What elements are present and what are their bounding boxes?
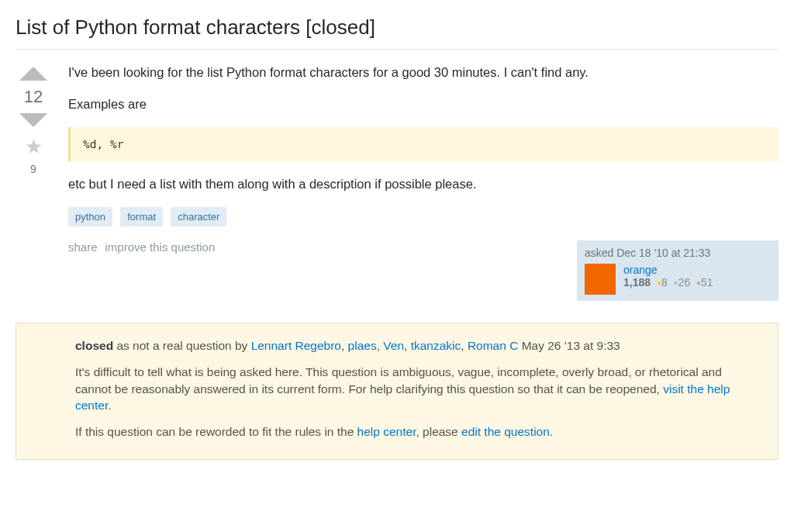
avatar[interactable]: [585, 264, 616, 295]
tag-character[interactable]: character: [171, 207, 226, 226]
question-actions: share improve this question: [68, 240, 215, 254]
favorite-count: 9: [30, 163, 36, 175]
closer-user-link[interactable]: tkanzakic: [411, 339, 461, 352]
action-row: share improve this question asked Dec 18…: [68, 240, 778, 301]
title-divider: [16, 49, 778, 50]
closer-user-link[interactable]: Ven: [383, 339, 404, 352]
question-content: I've been looking for the list Python fo…: [68, 64, 778, 301]
closed-reword-hint: If this question can be reworded to fit …: [75, 423, 761, 440]
closer-user-link[interactable]: plaes: [348, 339, 377, 352]
closed-notice: closed as not a real question by Lennart…: [16, 323, 778, 459]
tag-python[interactable]: python: [68, 207, 112, 226]
closed-date: May 26 '13 at 9:33: [518, 339, 620, 352]
closed-label: closed: [75, 339, 113, 352]
reword-text-b: , please: [416, 425, 461, 438]
reputation-score: 1,188: [623, 276, 651, 288]
closer-user-link[interactable]: Lennart Regebro: [251, 339, 341, 352]
tag-list: python format character: [68, 207, 778, 226]
author-reputation: 1,188 ●8 ●26 ●51: [623, 276, 713, 288]
body-paragraph: I've been looking for the list Python fo…: [68, 64, 778, 81]
closer-user-link[interactable]: Roman C: [468, 339, 518, 352]
author-card: asked Dec 18 '10 at 21:33 orange 1,188 ●…: [577, 240, 778, 301]
question-body-row: 12 ★ 9 I've been looking for the list Py…: [16, 64, 778, 301]
downvote-button[interactable]: [19, 113, 47, 127]
favorite-star-icon[interactable]: ★: [25, 136, 43, 157]
code-block: %d, %r: [68, 127, 778, 161]
help-center-link[interactable]: help center: [357, 425, 416, 438]
vote-column: 12 ★ 9: [16, 64, 51, 301]
gold-badge-count: 8: [661, 276, 668, 288]
silver-badge-icon: ●: [674, 278, 678, 287]
closed-reason: It's difficult to tell what is being ask…: [75, 364, 761, 414]
reword-text-a: If this question can be reworded to fit …: [75, 425, 357, 438]
silver-badge-count: 26: [678, 276, 691, 288]
asked-timestamp: asked Dec 18 '10 at 21:33: [585, 247, 771, 259]
closed-headline: closed as not a real question by Lennart…: [75, 337, 761, 354]
closed-reason-text: It's difficult to tell what is being ask…: [75, 365, 722, 396]
author-name-link[interactable]: orange: [623, 264, 713, 276]
share-link[interactable]: share: [68, 240, 98, 254]
body-paragraph: etc but I need a list with them along wi…: [68, 175, 778, 193]
gold-badge-icon: ●: [657, 278, 661, 287]
closed-as-text: as not a real question by: [113, 339, 251, 352]
question-title: List of Python format characters [closed…: [16, 16, 778, 40]
vote-count: 12: [24, 87, 43, 107]
bronze-badge-count: 51: [701, 276, 713, 288]
body-paragraph: Examples are: [68, 95, 778, 113]
improve-link[interactable]: improve this question: [105, 240, 216, 254]
edit-question-link[interactable]: edit the question: [461, 425, 550, 438]
upvote-button[interactable]: [19, 67, 47, 81]
tag-format[interactable]: format: [120, 207, 163, 226]
bronze-badge-icon: ●: [696, 278, 701, 287]
